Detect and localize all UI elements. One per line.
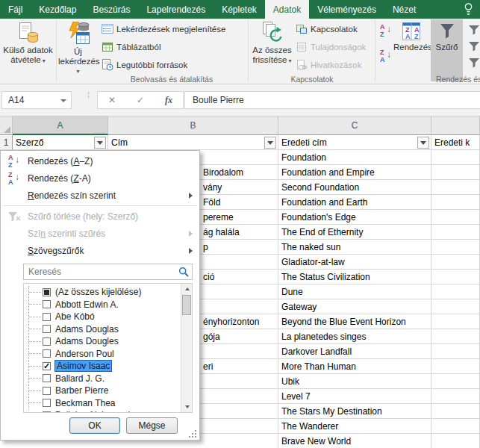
resize-grip[interactable] bbox=[187, 429, 196, 438]
checkbox-unchecked[interactable] bbox=[43, 411, 51, 414]
name-box[interactable]: A14 bbox=[1, 91, 72, 109]
button-label: Tulajdonságok bbox=[311, 43, 366, 52]
scroll-up-icon[interactable] bbox=[181, 284, 193, 294]
cell-b1[interactable]: Cím bbox=[108, 135, 278, 150]
formula-bar: A14 ⁞ ✕ ✓ fx Boulle Pierre bbox=[0, 84, 480, 116]
ok-button[interactable]: OK bbox=[69, 417, 120, 434]
ribbon-data-tab: Külső adatok átvétele▾ Új lekérdezés ▾ L… bbox=[0, 19, 480, 84]
menu-text-filters[interactable]: Szövegszűrők bbox=[1, 242, 199, 259]
list-item[interactable]: Abbott Edwin A. bbox=[24, 299, 177, 311]
ribbon-tab-bar: Fájl Kezdőlap Beszúrás Lapelrendezés Kép… bbox=[0, 0, 480, 19]
confirm-entry-icon[interactable]: ✓ bbox=[137, 95, 144, 105]
search-icon[interactable] bbox=[178, 267, 189, 277]
group-label-sort-filter: Rendezés és s bbox=[436, 75, 480, 84]
checkbox-unchecked[interactable] bbox=[43, 387, 51, 395]
svg-text:Z: Z bbox=[414, 33, 419, 40]
menu-sort-by-color[interactable]: Rendezés szín szerint bbox=[1, 187, 199, 204]
list-item-selected[interactable]: Asimov Isaac bbox=[24, 360, 177, 372]
filter-dropdown-button-a[interactable] bbox=[94, 137, 106, 149]
checkbox-unchecked[interactable] bbox=[43, 300, 51, 308]
tab-adatok[interactable]: Adatok bbox=[265, 0, 309, 19]
formula-buttons: ✕ ✓ fx bbox=[97, 91, 184, 109]
checkbox-indeterminate[interactable] bbox=[43, 288, 51, 296]
filter-button[interactable]: Szűrő bbox=[431, 19, 463, 81]
name-box-arrow-icon[interactable] bbox=[60, 99, 66, 102]
button-label: Az összes bbox=[252, 46, 291, 55]
select-all-corner[interactable] bbox=[0, 116, 13, 135]
button-label: Lekérdezések megjelenítése bbox=[116, 25, 225, 34]
menu-filter-by-color: Szín szerinti szűrés bbox=[1, 225, 199, 242]
checkbox-unchecked[interactable] bbox=[43, 325, 51, 333]
recent-sources-icon bbox=[102, 59, 113, 71]
list-item[interactable]: Adams Douglas bbox=[24, 323, 177, 335]
recent-sources-button[interactable]: Legutóbbi források bbox=[102, 57, 187, 73]
cancel-entry-icon[interactable]: ✕ bbox=[108, 95, 116, 105]
list-item[interactable]: Anderson Poul bbox=[24, 348, 177, 360]
menu-separator bbox=[3, 205, 197, 206]
properties-icon bbox=[296, 41, 308, 53]
advanced-filter-icon bbox=[467, 57, 480, 68]
tell-me-lightbulb-icon[interactable] bbox=[464, 0, 480, 19]
list-item-select-all[interactable]: (Az összes kijelölése) bbox=[24, 286, 177, 298]
cancel-button[interactable]: Mégse bbox=[126, 417, 178, 434]
insert-function-icon[interactable]: fx bbox=[165, 95, 172, 106]
tab-lapelrendezes[interactable]: Lapelrendezés bbox=[138, 0, 213, 19]
checkbox-unchecked[interactable] bbox=[43, 337, 51, 346]
links-icon bbox=[296, 59, 308, 71]
dropdown-arrow-icon: ▾ bbox=[58, 66, 98, 76]
column-header-a[interactable]: A bbox=[13, 116, 108, 135]
tab-kezdolap[interactable]: Kezdőlap bbox=[31, 0, 84, 19]
get-external-data-button[interactable]: Külső adatok átvétele▾ bbox=[2, 19, 54, 81]
tab-fajl[interactable]: Fájl bbox=[0, 0, 31, 19]
tab-velemenyezes[interactable]: Véleményezés bbox=[309, 0, 384, 19]
menu-sort-a-z[interactable]: AZ↓ Rendezés (A–Z) bbox=[1, 152, 199, 169]
tab-beszuras[interactable]: Beszúrás bbox=[84, 0, 138, 19]
external-data-icon bbox=[2, 22, 54, 44]
row-header-1[interactable]: 1 bbox=[0, 135, 13, 150]
submenu-arrow-icon bbox=[189, 193, 193, 199]
search-input[interactable] bbox=[23, 264, 193, 280]
sort-ascending-icon[interactable]: AZ↓ bbox=[378, 23, 395, 40]
new-query-button[interactable]: Új lekérdezés ▾ bbox=[58, 19, 98, 81]
list-scrollbar[interactable] bbox=[181, 284, 192, 412]
cell-c1[interactable]: Eredeti cím bbox=[278, 135, 431, 150]
sort-descending-icon[interactable]: ZA↓ bbox=[378, 49, 395, 65]
button-label: frissítése bbox=[252, 55, 287, 64]
show-queries-button[interactable]: Lekérdezések megjelenítése bbox=[102, 21, 225, 37]
tab-kepletek[interactable]: Képletek bbox=[213, 0, 265, 19]
connections-button[interactable]: Kapcsolatok bbox=[296, 21, 358, 37]
list-item[interactable]: Adams Dougles bbox=[24, 335, 177, 347]
list-item[interactable]: Barber Pierre bbox=[24, 385, 177, 396]
cell-d1[interactable]: Eredeti k bbox=[431, 135, 480, 150]
filter-dropdown-panel: AZ↓ Rendezés (A–Z) ZA↓ Rendezés (Z-A) Re… bbox=[0, 150, 200, 441]
menu-sort-z-a[interactable]: ZA↓ Rendezés (Z-A) bbox=[1, 169, 199, 187]
checkbox-checked[interactable] bbox=[43, 362, 51, 370]
refresh-all-button[interactable]: Az összes frissítése▾ bbox=[251, 19, 293, 81]
filter-dropdown-button-b[interactable] bbox=[264, 137, 276, 149]
column-header-d[interactable] bbox=[431, 116, 480, 135]
group-label-transform: Beolvasás és átalakítás bbox=[97, 75, 246, 84]
list-item[interactable]: Ballard J. G. bbox=[24, 373, 177, 385]
sort-dialog-icon: ZAAZ bbox=[393, 22, 428, 41]
group-separator bbox=[375, 20, 375, 81]
scroll-down-icon[interactable] bbox=[181, 402, 193, 412]
checkbox-unchecked[interactable] bbox=[43, 374, 51, 382]
checkbox-unchecked[interactable] bbox=[43, 399, 51, 407]
column-header-b[interactable]: B bbox=[108, 116, 278, 135]
from-table-button[interactable]: Táblázatból bbox=[102, 39, 160, 55]
list-item[interactable]: Abe Kóbó bbox=[24, 311, 177, 323]
cell-a1[interactable]: Szerző bbox=[13, 135, 108, 150]
checkbox-unchecked[interactable] bbox=[43, 313, 51, 321]
button-label: Hivatkozások bbox=[311, 60, 361, 69]
scrollbar-thumb[interactable] bbox=[182, 295, 191, 315]
dropdown-arrow-icon: ▾ bbox=[43, 57, 46, 64]
sort-button[interactable]: ZAAZ Rendezés bbox=[393, 19, 428, 81]
column-header-c[interactable]: C bbox=[278, 116, 431, 135]
list-item[interactable]: Beckman Thea bbox=[24, 397, 177, 409]
tab-nezet[interactable]: Nézet bbox=[384, 0, 424, 19]
list-item-partial[interactable]: Beljajev Alekszandr bbox=[24, 409, 177, 413]
checkbox-unchecked[interactable] bbox=[43, 349, 51, 358]
formula-input[interactable]: Boulle Pierre bbox=[184, 91, 480, 109]
filter-dropdown-button-c[interactable] bbox=[417, 137, 429, 149]
button-label: Szűrő bbox=[435, 43, 458, 52]
